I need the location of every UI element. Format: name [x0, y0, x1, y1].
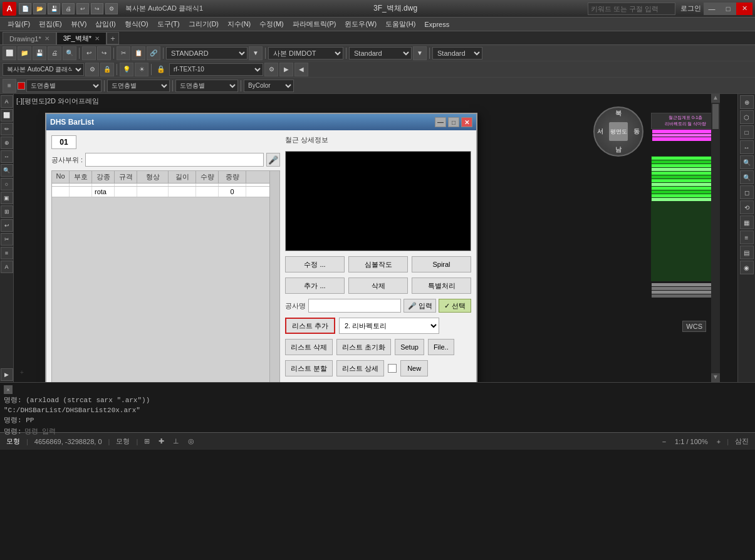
command-input[interactable] [24, 428, 751, 435]
layer-combo-3[interactable]: 도면층별 [175, 80, 238, 92]
menu-dimension[interactable]: 지수(N) [224, 18, 254, 30]
left-tool-8[interactable]: ▣ [1, 192, 13, 204]
add-button[interactable]: 추가 ... [285, 277, 345, 294]
left-tool-2[interactable]: ⬜ [1, 109, 13, 122]
left-tool-13[interactable]: A [1, 261, 13, 273]
zoom-icon-minus[interactable]: − [660, 438, 669, 445]
toolbar-icon-8[interactable]: 🔗 [147, 46, 160, 60]
left-tool-12[interactable]: ≡ [1, 247, 13, 259]
menu-view[interactable]: 뷰(V) [67, 18, 91, 30]
new-icon[interactable]: 📄 [19, 3, 31, 14]
toolbar-icon-10[interactable]: ▼ [413, 46, 427, 60]
polar-icon[interactable]: ◎ [185, 437, 197, 445]
right-tool-12[interactable]: ◉ [740, 261, 754, 274]
scroll-thumb[interactable] [712, 104, 719, 129]
delete-button[interactable]: 삭제 [348, 277, 408, 294]
left-tool-10[interactable]: ↩ [1, 219, 13, 232]
menu-help[interactable]: 도움말(H) [382, 18, 419, 30]
right-tool-4[interactable]: ↔ [740, 140, 754, 154]
right-tool-10[interactable]: ≡ [740, 231, 754, 244]
workspace-combo[interactable]: 복사본 AutoCAD 클래식1 [3, 63, 84, 76]
sun-icon[interactable]: ☀ [135, 63, 148, 76]
menu-draw[interactable]: 그리기(D) [185, 18, 222, 30]
left-tool-5[interactable]: ↔ [1, 150, 13, 163]
right-tool-1[interactable]: ⊕ [740, 95, 754, 109]
left-tool-3[interactable]: ✏ [1, 123, 13, 135]
left-tool-1[interactable]: A [1, 95, 13, 108]
dimdot-combo[interactable]: 사본 DIMDOT [268, 47, 343, 60]
menu-window[interactable]: 윈도우(W) [341, 18, 380, 30]
snap-icon[interactable]: ✚ [156, 437, 167, 445]
list-delete-button[interactable]: 리스트 삭제 [285, 339, 333, 355]
edit-button[interactable]: 수정 ... [285, 256, 345, 272]
toolbar-icon-4[interactable]: 🖨 [48, 46, 61, 60]
file-button[interactable]: File.. [428, 339, 454, 355]
detail-checkbox[interactable] [388, 364, 397, 373]
compass-center-label[interactable]: 평면도 [609, 122, 628, 141]
open-icon[interactable]: 📂 [33, 3, 46, 14]
list-detail-button[interactable]: 리스트 상세 [336, 360, 384, 376]
right-tool-11[interactable]: ▤ [740, 246, 754, 259]
select-button[interactable]: ✓ 선택 [439, 299, 471, 313]
redo-icon[interactable]: ↪ [91, 3, 103, 14]
cad-canvas[interactable]: [-][평면도]2D 와이어프레임 북 남 동 서 평면도 WCS 철근집계표 … [14, 94, 737, 382]
menu-insert[interactable]: 삽입(I) [91, 18, 119, 30]
command-close-icon[interactable]: ✕ [4, 385, 13, 394]
toolbar-icon-5[interactable]: 🔍 [63, 46, 76, 60]
tab-3f-close[interactable]: ✕ [95, 35, 100, 42]
workspace-lock-icon[interactable]: 🔒 [100, 63, 114, 76]
repo-select[interactable]: 2. 리바펙토리 [339, 318, 439, 334]
scroll-up-button[interactable]: ▲ [711, 94, 720, 103]
bycolor-combo[interactable]: ByColor [244, 80, 294, 92]
project-input[interactable] [308, 299, 401, 313]
new-button[interactable]: New [400, 360, 428, 376]
special-button[interactable]: 특별처리 [412, 277, 471, 294]
input-button[interactable]: 🎤 입력 [404, 299, 436, 313]
layer-icon[interactable]: ≡ [3, 79, 16, 93]
tab-drawing1-close[interactable]: ✕ [44, 35, 49, 42]
menu-tools[interactable]: 도구(T) [154, 18, 184, 30]
layer-combo-1[interactable]: 도면층별 [26, 80, 102, 92]
left-tool-11[interactable]: ✂ [1, 233, 13, 246]
right-tool-2[interactable]: ⬡ [740, 110, 754, 124]
left-tool-7[interactable]: ○ [1, 178, 13, 190]
right-tool-9[interactable]: ▦ [740, 215, 754, 229]
light-icon[interactable]: 💡 [120, 63, 133, 76]
print-icon[interactable]: 🖨 [62, 3, 75, 14]
workspace-icon[interactable]: ⚙ [105, 3, 118, 14]
layer-combo-2[interactable]: 도면층별 [107, 80, 170, 92]
workspace-settings-icon[interactable]: ⚙ [85, 63, 99, 76]
right-tool-5[interactable]: 🔍 [740, 155, 754, 169]
dialog-minimize-button[interactable]: — [435, 117, 446, 127]
menu-format[interactable]: 형식(O) [121, 18, 152, 30]
last-status-item[interactable]: 삼진 [732, 437, 751, 446]
list-split-button[interactable]: 리스트 분할 [285, 360, 333, 376]
close-button[interactable]: ✕ [736, 3, 752, 15]
tab-drawing1[interactable]: Drawing1* ✕ [3, 32, 56, 44]
dialog-title-bar[interactable]: DHS BarList — □ ✕ [46, 114, 476, 130]
list-reset-button[interactable]: 리스트 초기화 [336, 339, 391, 355]
right-tool-3[interactable]: □ [740, 125, 754, 139]
toolbar-icon-1[interactable]: ⬜ [3, 46, 16, 60]
spiral-button[interactable]: Spiral [412, 256, 471, 272]
standard3-combo[interactable]: Standard [432, 47, 482, 60]
table-scrollbar[interactable] [269, 171, 279, 382]
toolbar-icon-2[interactable]: 📁 [18, 46, 31, 60]
right-tool-7[interactable]: ◻ [740, 185, 754, 199]
rf-icon-2[interactable]: ▶ [279, 63, 293, 76]
search-input[interactable] [588, 3, 675, 15]
model-status[interactable]: 모형 [4, 437, 23, 446]
symbol-button[interactable]: 심볼작도 [348, 256, 408, 272]
menu-edit[interactable]: 편집(E) [35, 18, 66, 30]
toolbar-icon-7[interactable]: 📋 [132, 46, 145, 60]
right-tool-6[interactable]: 🔍 [740, 170, 754, 184]
toolbar-icon-9[interactable]: ▼ [249, 46, 263, 60]
site-input[interactable] [85, 153, 264, 167]
menu-file[interactable]: 파일(F) [4, 18, 34, 30]
rf-settings-icon[interactable]: ⚙ [264, 63, 278, 76]
mic-button[interactable]: 🎤 [266, 153, 280, 167]
menu-parametric[interactable]: 파라메트릭(P) [289, 18, 340, 30]
menu-modify[interactable]: 수정(M) [256, 18, 288, 30]
left-tool-9[interactable]: ⊞ [1, 205, 13, 218]
add-tab-button[interactable]: + [107, 32, 119, 44]
